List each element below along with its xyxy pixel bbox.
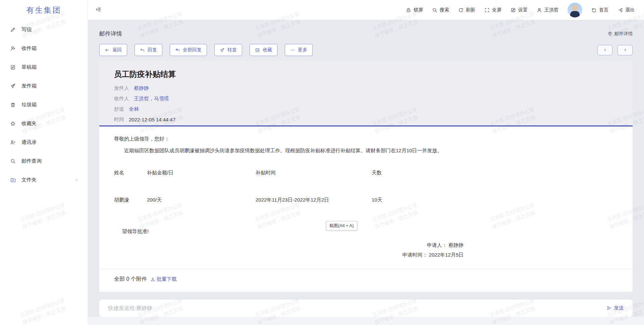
refresh-icon xyxy=(458,7,464,13)
screenshot-tooltip: 截图(Alt + A) xyxy=(326,221,357,230)
avatar[interactable] xyxy=(568,3,582,17)
mail-time-row: 时间 2022-12-05 14:44:47 xyxy=(114,114,618,125)
sidebar-item-contacts[interactable]: 通讯录 xyxy=(0,133,88,152)
sidebar-item-label: 写信 xyxy=(21,26,32,33)
refresh-label: 刷新 xyxy=(466,7,475,13)
sidebar-item-favorites[interactable]: 收藏夹 xyxy=(0,114,88,133)
settings-button[interactable]: 设置 xyxy=(511,7,528,13)
refresh-button[interactable]: 刷新 xyxy=(458,7,475,13)
sidebar-item-label: 通讯录 xyxy=(21,139,37,146)
next-mail-button[interactable] xyxy=(618,45,633,55)
batch-download-link[interactable]: 批量下载 xyxy=(150,276,177,282)
footer-strip xyxy=(88,317,644,325)
page-title: 邮件详情 xyxy=(99,30,122,38)
mail-greeting: 尊敬的上级领导，您好： xyxy=(114,136,618,142)
sidebar-item-label: 收藏夹 xyxy=(21,120,37,127)
download-icon xyxy=(150,277,155,282)
topbar-actions: 锁屏 搜索 刷新 全屏 设置 王洪哲 xyxy=(406,3,635,17)
breadcrumb-label: 邮件详情 xyxy=(614,31,633,37)
fullscreen-label: 全屏 xyxy=(492,7,501,13)
table-header-cell: 补贴金额/日 xyxy=(147,170,256,176)
collapse-menu-icon[interactable] xyxy=(95,7,102,13)
table-cell: 胡鹏濠 xyxy=(114,197,147,203)
settings-label: 设置 xyxy=(518,7,528,13)
lock-screen-label: 锁屏 xyxy=(414,7,423,13)
search-icon xyxy=(432,7,437,13)
more-button[interactable]: 更多 xyxy=(285,44,313,56)
reply-label: 回复 xyxy=(148,47,157,53)
sidebar-item-folders[interactable]: 文件夹 xyxy=(0,170,88,189)
table-header-cell: 补贴时间 xyxy=(256,170,372,176)
mail-subject: 员工防疫补贴结算 xyxy=(114,69,618,79)
back-button[interactable]: 返回 xyxy=(99,44,127,56)
cc-contact-link[interactable]: 全林 xyxy=(129,106,139,112)
logout-button[interactable]: 退出 xyxy=(618,7,635,13)
pencil-icon xyxy=(10,27,16,33)
forward-button[interactable]: 转发 xyxy=(214,44,242,56)
page-header: 邮件详情 邮件详情 xyxy=(99,20,633,38)
sidebar-item-drafts[interactable]: 草稿箱 xyxy=(0,58,88,76)
to-label: 收件人 xyxy=(114,96,129,102)
mail-pager xyxy=(597,45,633,55)
draft-icon xyxy=(10,64,16,70)
applicant-date: 申请时间： 2022年12月5日 xyxy=(114,250,464,260)
star-icon xyxy=(10,121,16,126)
prev-mail-button[interactable] xyxy=(597,45,612,55)
location-pin-icon xyxy=(607,31,612,36)
mail-from-row: 发件人 蔡静静 xyxy=(114,83,618,94)
logout-icon xyxy=(618,7,623,13)
applicant-block: 申请人： 蔡静静 申请时间： 2022年12月5日 xyxy=(114,240,464,260)
from-contact-link[interactable]: 蔡静静 xyxy=(134,85,149,92)
fullscreen-button[interactable]: 全屏 xyxy=(484,7,501,13)
search-icon xyxy=(10,158,16,164)
reply-icon xyxy=(140,48,145,53)
forward-icon xyxy=(220,48,225,53)
favorite-label: 收藏 xyxy=(263,47,272,53)
quick-send-input[interactable] xyxy=(108,305,606,311)
brand-logo: 有生集团 xyxy=(0,0,88,20)
sidebar-item-inbox[interactable]: 收件箱 xyxy=(0,39,88,58)
forward-label: 转发 xyxy=(227,47,237,53)
home-button[interactable]: 首页 xyxy=(591,7,608,13)
mail-toolbar: 返回 回复 全部回复 转发 收藏 更多 xyxy=(99,44,633,56)
app-root: 有生集团 写信 收件箱 草稿箱 发件箱 垃圾箱 xyxy=(0,0,644,325)
sidebar-item-label: 文件夹 xyxy=(21,177,37,183)
back-label: 返回 xyxy=(112,47,122,53)
more-label: 更多 xyxy=(298,47,307,53)
mail-to-row: 收件人 王洪哲，马雪瑶 xyxy=(114,94,618,104)
mail-header: 员工防疫补贴结算 发件人 蔡静静 收件人 王洪哲，马雪瑶 抄送 全林 时间 20… xyxy=(99,61,633,126)
subsidy-table-header: 姓名 补贴金额/日 补贴时间 天数 xyxy=(114,170,618,176)
lock-screen-button[interactable]: 锁屏 xyxy=(406,7,423,13)
search-button[interactable]: 搜索 xyxy=(432,7,449,13)
sidebar-item-label: 收件箱 xyxy=(21,45,37,52)
send-icon xyxy=(606,306,611,311)
reply-all-button[interactable]: 全部回复 xyxy=(170,44,207,56)
topbar: 锁屏 搜索 刷新 全屏 设置 王洪哲 xyxy=(88,0,644,20)
sidebar-item-sent[interactable]: 发件箱 xyxy=(0,76,88,95)
sidebar-item-trash[interactable]: 垃圾箱 xyxy=(0,95,88,114)
logout-label: 退出 xyxy=(625,7,635,13)
table-cell: 200/天 xyxy=(147,197,256,203)
contacts-icon xyxy=(10,140,16,145)
folder-plus-icon xyxy=(10,177,16,183)
chevron-left-icon xyxy=(603,48,607,52)
sidebar-item-mail-search[interactable]: 邮件查询 xyxy=(0,152,88,170)
sidebar-item-label: 草稿箱 xyxy=(21,64,37,70)
user-icon xyxy=(537,7,542,13)
reply-button[interactable]: 回复 xyxy=(135,44,162,56)
send-label: 发送 xyxy=(614,305,624,311)
mail-closing: 望领导批准! xyxy=(122,228,618,235)
home-label: 首页 xyxy=(599,7,608,13)
mail-paragraph: 近期福田区数据团队成员胡鹏濠被抽调沙头街道参加疫情数据处理工作。现根据防疫补贴标… xyxy=(114,148,618,154)
sidebar-item-label: 邮件查询 xyxy=(21,158,42,164)
chevron-right-icon xyxy=(623,48,628,52)
to-contacts-link[interactable]: 王洪哲，马雪瑶 xyxy=(134,96,169,102)
favorite-box-icon xyxy=(255,48,260,53)
mail-body: 尊敬的上级领导，您好： 近期福田区数据团队成员胡鹏濠被抽调沙头街道参加疫情数据处… xyxy=(99,126,633,292)
send-button[interactable]: 发送 xyxy=(606,305,624,311)
favorite-button[interactable]: 收藏 xyxy=(250,44,277,56)
sidebar-item-compose[interactable]: 写信 xyxy=(0,20,88,39)
quick-send-bar: 发送 xyxy=(99,300,633,317)
current-user-button[interactable]: 王洪哲 xyxy=(537,7,558,13)
current-user-name: 王洪哲 xyxy=(544,7,558,13)
